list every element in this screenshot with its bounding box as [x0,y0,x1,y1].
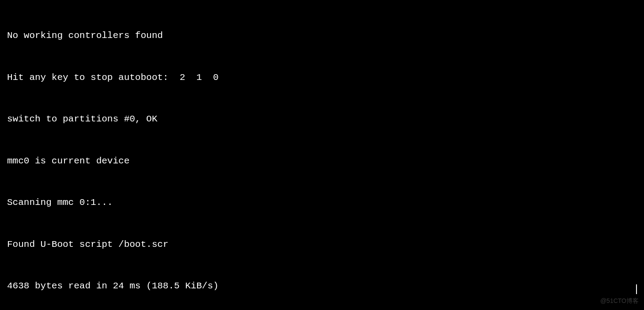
boot-line: Scanning mmc 0:1... [7,196,637,210]
watermark-text: @51CTO博客 [600,296,639,306]
boot-line: 4638 bytes read in 24 ms (188.5 KiB/s) [7,279,637,293]
boot-line: Hit any key to stop autoboot: 2 1 0 [7,71,637,85]
boot-line: switch to partitions #0, OK [7,112,637,126]
terminal-cursor [636,284,637,294]
terminal-output: No working controllers found Hit any key… [7,1,637,310]
boot-line: mmc0 is current device [7,154,637,168]
boot-line: Found U-Boot script /boot.scr [7,238,637,252]
boot-line: No working controllers found [7,29,637,43]
